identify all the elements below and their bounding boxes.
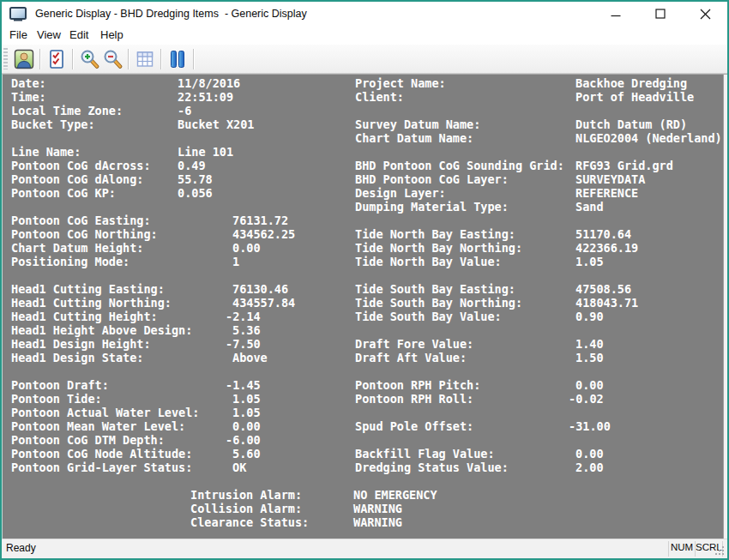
readout-value: 0.00 (575, 378, 604, 392)
pause-icon (167, 49, 188, 69)
readout-value: -2.14 (226, 310, 261, 323)
readout-label: Tide North Bay Northing: (355, 241, 522, 255)
readout-row: Head1 Height Above Design:5.36 (3, 323, 722, 337)
readout-label: Tide North Bay Easting: (355, 227, 515, 241)
readout-label: Chart Datum Height: (11, 241, 143, 255)
app-display-icon[interactable] (9, 7, 27, 21)
readout-value: 1 (232, 255, 239, 268)
toolbar-separator (160, 49, 161, 69)
readout-row: Head1 Design State:AboveDraft Aft Value:… (3, 351, 722, 364)
readout-value: 0.056 (178, 186, 213, 200)
readout-label: Head1 Height Above Design: (11, 323, 192, 337)
readout-row: Date:11/8/2016Project Name:Backhoe Dredg… (3, 76, 722, 90)
readout-label: Pontoon Actual Water Level: (11, 406, 199, 419)
readout-label: Tide South Bay Value: (355, 310, 502, 323)
readout-row: Pontoon Actual Water Level:1.05 (3, 406, 722, 419)
minimize-button[interactable] (593, 2, 638, 26)
readout-value: 76131.72 (232, 214, 288, 227)
readout-row: Head1 Cutting Northing:434557.84Tide Sou… (3, 296, 722, 310)
readout-value: Dutch Datum (RD) (575, 117, 687, 131)
readout-row: Chart Datum Height:0.00Tide North Bay No… (3, 241, 722, 255)
readout-label: Time: (11, 90, 46, 104)
readout-value: Line 101 (178, 145, 233, 159)
readout-value: -6 (178, 104, 191, 117)
readout-value: 1.05 (232, 406, 261, 419)
readout-row: Local Time Zone:-6 (3, 104, 722, 117)
zoom-in-icon (79, 49, 99, 69)
readout-label: Head1 Design State: (11, 351, 143, 364)
pause-display-button[interactable] (166, 47, 189, 71)
readout-value: 0.00 (232, 419, 261, 433)
readout-label: Pontoon CoG DTM Depth: (11, 433, 165, 447)
title-bar[interactable]: Generic Display - BHD Dredging Items - G… (2, 2, 727, 26)
readout-value: 5.60 (232, 447, 261, 461)
readout-value: 1.05 (232, 392, 261, 406)
readout-value: -6.00 (226, 433, 261, 447)
operator-photo-button[interactable] (12, 47, 35, 71)
readout-label: Pontoon RPH Roll: (355, 392, 473, 406)
readout-row: Pontoon Mean Water Level:0.00Spud Pole O… (3, 419, 722, 433)
readout-row: Pontoon Grid-Layer Status:OKDredging Sta… (3, 461, 722, 474)
grid-view-button[interactable] (133, 47, 156, 71)
readout-row: Time:22:51:09Client:Port of Headville (3, 90, 722, 104)
zoom-out-button[interactable] (100, 47, 124, 71)
grid-icon (135, 49, 155, 69)
readout-label: BHD Pontoon CoG Sounding Grid: (355, 159, 564, 172)
readout-row (3, 364, 722, 378)
menu-view[interactable]: View (37, 27, 61, 43)
menu-file[interactable]: File (9, 27, 27, 43)
readout-label: Positioning Mode: (11, 255, 130, 268)
readout-value: 0.00 (232, 241, 261, 255)
num-lock-indicator: NUM (669, 542, 695, 552)
menu-bar: File View Edit Help (2, 26, 727, 45)
readout-area: Date:11/8/2016Project Name:Backhoe Dredg… (2, 74, 727, 539)
readout-row: Chart Datum Name:NLGEO2004 (Nederland) (3, 131, 722, 145)
readout-row: Pontoon CoG Easting:76131.72 (3, 214, 722, 227)
readout-label: Spud Pole Offset: (355, 419, 473, 433)
readout-value: Sand (575, 200, 604, 214)
readout-label: Date: (11, 76, 46, 90)
readout-value: 1.05 (575, 255, 604, 268)
readout-label: Tide North Bay Value: (355, 255, 502, 268)
toolbar-separator (193, 49, 194, 69)
content-right-gutter (723, 75, 727, 539)
toolbar-separator (72, 49, 73, 69)
readout-value: 11/8/2016 (178, 76, 240, 90)
close-button[interactable] (683, 2, 727, 26)
readout-label: Survey Datum Name: (355, 117, 480, 131)
readout-label: Draft Fore Value: (355, 337, 473, 351)
resize-grip[interactable] (714, 545, 726, 557)
readout-label: Pontoon CoG dAlong: (11, 172, 143, 186)
readout-value: OK (232, 461, 246, 474)
readout-value: RFG93 Grid.grd (575, 159, 673, 172)
item-checklist-button[interactable] (45, 47, 68, 71)
readout-value: 51170.64 (575, 227, 631, 241)
alarm-value: WARNING (353, 502, 402, 515)
readout-label: Tide South Bay Northing: (355, 296, 522, 310)
menu-help[interactable]: Help (100, 27, 124, 43)
readout-label: Design Layer: (355, 186, 446, 200)
toolbar-grip-handle[interactable] (3, 48, 8, 69)
readout-value: 76130.46 (232, 282, 288, 296)
readout-row: Intrusion Alarm:NO EMERGENCY (3, 488, 722, 502)
readout-label: Head1 Cutting Easting: (11, 282, 165, 296)
readout-value: Bucket X201 (178, 117, 254, 131)
readout-label: Project Name: (355, 76, 446, 90)
readout-value: 434562.25 (232, 227, 295, 241)
alarm-label: Intrusion Alarm: (190, 488, 302, 502)
maximize-button[interactable] (638, 2, 683, 26)
readout-row: Head1 Cutting Height:-2.14Tide South Bay… (3, 310, 722, 323)
zoom-in-button[interactable] (77, 47, 100, 71)
readout-label: Tide South Bay Easting: (355, 282, 515, 296)
readout-row (3, 268, 722, 282)
readout-label: Pontoon CoG KP: (11, 186, 116, 200)
menu-edit[interactable]: Edit (69, 27, 88, 43)
readout-value: REFERENCE (575, 186, 638, 200)
readout-value: -31.00 (569, 419, 611, 433)
readout-row: Head1 Cutting Easting:76130.46Tide South… (3, 282, 722, 296)
readout-value: 0.00 (575, 447, 604, 461)
readout-row: Bucket Type:Bucket X201Survey Datum Name… (3, 117, 722, 131)
readout-value: Port of Headville (575, 90, 694, 104)
readout-row: Pontoon CoG dAcross:0.49BHD Pontoon CoG … (3, 159, 722, 172)
alarm-label: Collision Alarm: (190, 502, 302, 515)
